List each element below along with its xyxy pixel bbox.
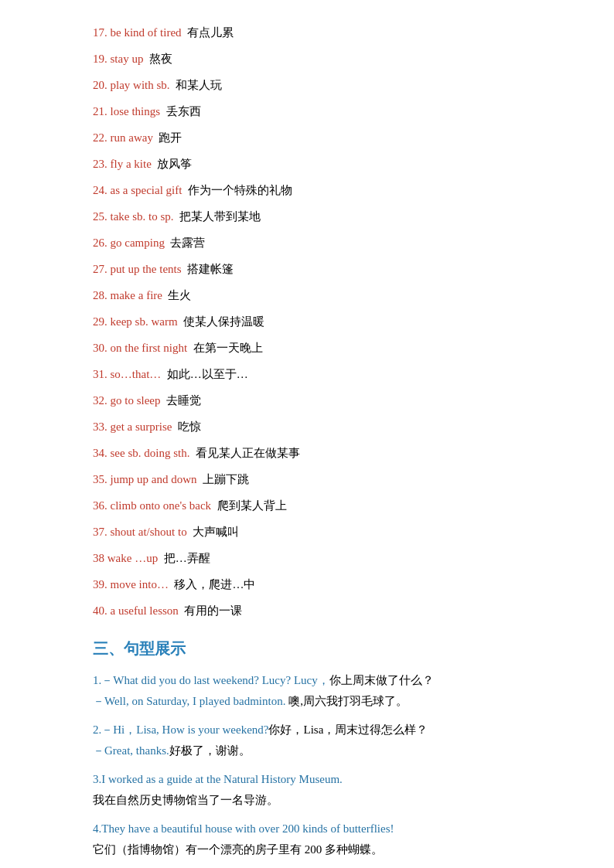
phrase-number-en: 24. as a special gift [93, 184, 182, 196]
list-item: 39. move into… 移入，爬进…中 [93, 575, 537, 594]
list-item: 25. take sb. to sp. 把某人带到某地 [93, 207, 537, 226]
sentence-line-2: －Great, thanks.好极了，谢谢。 [93, 740, 537, 761]
phrase-cn: 熬夜 [149, 53, 172, 65]
list-item: 36. climb onto one's back 爬到某人背上 [93, 496, 537, 515]
list-item: 38 wake …up 把…弄醒 [93, 549, 537, 567]
phrase-cn: 和某人玩 [176, 79, 222, 91]
sentence-cn: 它们（指博物馆）有一个漂亮的房子里有 200 多种蝴蝶。 [93, 843, 383, 856]
phrase-list: 17. be kind of tired 有点儿累19. stay up 熬夜2… [93, 23, 537, 620]
phrase-cn: 放风筝 [157, 158, 192, 170]
phrase-number-en: 39. move into… [93, 578, 169, 591]
phrase-cn: 移入，爬进…中 [174, 578, 255, 591]
sentence-line-1: 1.－What did you do last weekend? Lucy? L… [93, 670, 537, 691]
list-item: 34. see sb. doing sth. 看见某人正在做某事 [93, 444, 537, 462]
phrase-cn: 跑开 [159, 131, 182, 144]
sentence-en: 3.I worked as a guide at the Natural His… [93, 773, 343, 785]
sentence-line-2: 我在自然历史博物馆当了一名导游。 [93, 790, 537, 811]
phrase-number-en: 26. go camping [93, 237, 165, 249]
phrase-number-en: 20. play with sb. [93, 79, 170, 91]
sentence-cn: 我在自然历史博物馆当了一名导游。 [93, 794, 278, 806]
phrase-number-en: 23. fly a kite [93, 158, 152, 170]
list-item: 24. as a special gift 作为一个特殊的礼物 [93, 181, 537, 199]
phrase-cn: 大声喊叫 [193, 526, 239, 538]
phrase-cn: 有点儿累 [187, 26, 234, 39]
phrase-number-en: 31. so…that… [93, 368, 161, 380]
phrase-number-en: 29. keep sb. warm [93, 315, 178, 328]
sentence-block: 2.－Hi，Lisa, How is your weekend?你好，Lisa，… [93, 720, 537, 761]
phrase-cn: 搭建帐篷 [187, 263, 234, 275]
list-item: 29. keep sb. warm 使某人保持温暖 [93, 312, 537, 331]
phrase-number-en: 40. a useful lesson [93, 604, 179, 617]
sentence-en: 4.They have a beautiful house with over … [93, 822, 394, 835]
phrase-number-en: 22. run away [93, 131, 153, 144]
phrase-cn: 吃惊 [178, 420, 201, 433]
sentence-cn-2: 噢,周六我打羽毛球了。 [288, 695, 408, 707]
list-item: 23. fly a kite 放风筝 [93, 155, 537, 173]
sentence-cn: 你上周末做了什么？ [329, 674, 434, 686]
sentence-block: 4.They have a beautiful house with over … [93, 819, 537, 860]
list-item: 35. jump up and down 上蹦下跳 [93, 470, 537, 488]
sentences-container: 1.－What did you do last weekend? Lucy? L… [93, 670, 537, 860]
sentence-line-1: 3.I worked as a guide at the Natural His… [93, 769, 537, 790]
sentence-en-2: －Great, thanks. [93, 744, 169, 757]
phrase-cn: 作为一个特殊的礼物 [188, 184, 292, 196]
phrase-number-en: 37. shout at/shout to [93, 526, 187, 538]
phrase-number-en: 19. stay up [93, 53, 143, 65]
list-item: 40. a useful lesson 有用的一课 [93, 601, 537, 620]
sentence-en: 1.－What did you do last weekend? Lucy? L… [93, 674, 329, 686]
phrase-number-en: 25. take sb. to sp. [93, 210, 174, 223]
list-item: 19. stay up 熬夜 [93, 49, 537, 68]
phrase-number-en: 34. see sb. doing sth. [93, 447, 189, 459]
phrase-number-en: 36. climb onto one's back [93, 499, 211, 512]
sentence-block: 1.－What did you do last weekend? Lucy? L… [93, 670, 537, 712]
phrase-number-en: 28. make a fire [93, 289, 162, 301]
sentence-cn: 你好，Lisa，周末过得怎么样？ [268, 723, 428, 736]
list-item: 31. so…that… 如此…以至于… [93, 365, 537, 383]
section-title: 三、句型展示 [93, 638, 537, 659]
phrase-cn: 使某人保持温暖 [183, 315, 264, 328]
sentence-line-1: 2.－Hi，Lisa, How is your weekend?你好，Lisa，… [93, 720, 537, 740]
phrase-number-en: 30. on the first night [93, 342, 187, 354]
list-item: 26. go camping 去露营 [93, 233, 537, 252]
list-item: 28. make a fire 生火 [93, 286, 537, 305]
list-item: 22. run away 跑开 [93, 128, 537, 147]
sentence-en-2: －Well, on Saturday, I played badminton. [93, 695, 285, 707]
phrase-cn: 去露营 [170, 237, 205, 249]
phrase-cn: 把…弄醒 [164, 552, 210, 564]
phrase-cn: 有用的一课 [184, 604, 242, 617]
phrase-cn: 如此…以至于… [167, 368, 248, 380]
list-item: 32. go to sleep 去睡觉 [93, 391, 537, 410]
list-item: 30. on the first night 在第一天晚上 [93, 339, 537, 357]
phrase-cn: 看见某人正在做某事 [196, 447, 300, 459]
phrase-cn: 把某人带到某地 [179, 210, 261, 223]
list-item: 33. get a surprise 吃惊 [93, 417, 537, 436]
list-item: 37. shout at/shout to 大声喊叫 [93, 523, 537, 541]
phrase-number-en: 17. be kind of tired [93, 26, 182, 39]
phrase-number-en: 33. get a surprise [93, 420, 172, 433]
phrase-cn: 上蹦下跳 [203, 473, 249, 485]
list-item: 27. put up the tents 搭建帐篷 [93, 260, 537, 278]
phrase-number-en: 21. lose things [93, 105, 160, 117]
phrase-number-en: 35. jump up and down [93, 473, 197, 485]
sentence-cn-2: 好极了，谢谢。 [169, 744, 251, 757]
phrase-cn: 去睡觉 [166, 394, 201, 407]
sentence-en: 2.－Hi，Lisa, How is your weekend? [93, 723, 268, 736]
phrase-number-en: 38 wake …up [93, 552, 158, 564]
phrase-cn: 爬到某人背上 [217, 499, 287, 512]
phrase-cn: 丢东西 [166, 105, 201, 117]
phrase-number-en: 32. go to sleep [93, 394, 161, 407]
phrase-cn: 在第一天晚上 [193, 342, 263, 354]
sentence-line-2: －Well, on Saturday, I played badminton. … [93, 691, 537, 712]
phrase-number-en: 27. put up the tents [93, 263, 182, 275]
sentence-block: 3.I worked as a guide at the Natural His… [93, 769, 537, 811]
phrase-cn: 生火 [168, 289, 191, 301]
sentence-line-1: 4.They have a beautiful house with over … [93, 819, 537, 839]
list-item: 17. be kind of tired 有点儿累 [93, 23, 537, 42]
list-item: 20. play with sb. 和某人玩 [93, 76, 537, 94]
sentence-line-2: 它们（指博物馆）有一个漂亮的房子里有 200 多种蝴蝶。 [93, 839, 537, 860]
list-item: 21. lose things 丢东西 [93, 102, 537, 121]
